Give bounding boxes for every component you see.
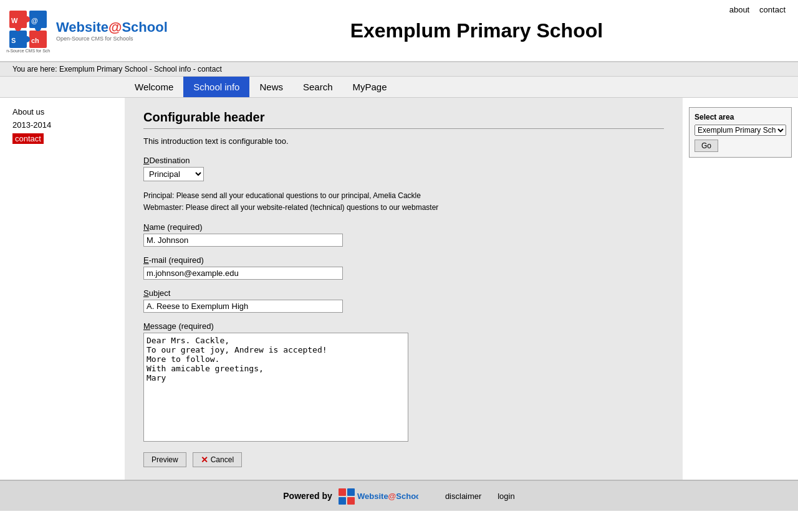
select-area-label: Select area — [695, 113, 786, 121]
email-label: E-mail (required) — [143, 255, 664, 265]
breadcrumb: You are here: Exemplum Primary School - … — [0, 62, 798, 77]
main-nav: Welcome School info News Search MyPage — [0, 77, 798, 98]
content-area: Configurable header This introduction te… — [125, 98, 683, 480]
svg-rect-14 — [347, 488, 355, 496]
svg-rect-15 — [339, 497, 346, 505]
footer-links: disclaimer login — [436, 492, 515, 501]
email-input[interactable] — [143, 267, 343, 280]
go-button[interactable]: Go — [695, 140, 718, 152]
top-links: about contact — [726, 5, 786, 14]
main-layout: About us 2013-2014 contact Configurable … — [0, 98, 798, 480]
svg-point-4 — [24, 16, 30, 22]
logo-area: Open-Source CMS for Schools W @ S ch Web… — [6, 7, 168, 54]
name-label: Name (required) — [143, 222, 664, 232]
subject-input[interactable] — [143, 300, 343, 313]
nav-mypage[interactable]: MyPage — [343, 77, 397, 97]
name-input[interactable] — [143, 234, 343, 247]
svg-point-6 — [24, 36, 30, 42]
subject-group: Subject — [143, 288, 664, 313]
content-inner: Configurable header This introduction te… — [143, 110, 664, 467]
area-select[interactable]: Exemplum Primary Sch — [695, 125, 786, 136]
name-group: Name (required) — [143, 222, 664, 247]
subject-label: Subject — [143, 288, 664, 298]
svg-rect-13 — [339, 488, 346, 496]
disclaimer-link[interactable]: disclaimer — [445, 492, 482, 501]
nav-news[interactable]: News — [249, 77, 293, 97]
destination-select[interactable]: Principal Webmaster — [143, 167, 204, 181]
intro-text: This introduction text is configurable t… — [143, 136, 664, 146]
svg-rect-16 — [347, 497, 355, 505]
svg-text:Open-Source CMS for Schools: Open-Source CMS for Schools — [6, 49, 50, 54]
nav-welcome[interactable]: Welcome — [125, 77, 183, 97]
svg-point-7 — [15, 25, 21, 31]
message-label: Message (required) — [143, 321, 664, 331]
powered-by-text: Powered by — [283, 491, 332, 501]
sidebar: About us 2013-2014 contact — [0, 98, 125, 480]
website-at-school-logo-text: Website@School Open-Source CMS for Schoo… — [56, 19, 168, 42]
svg-text:Website@School: Website@School — [357, 492, 418, 501]
nav-school-info[interactable]: School info — [183, 77, 249, 97]
sidebar-contact[interactable]: contact — [12, 133, 44, 144]
page-heading: Configurable header — [143, 110, 664, 129]
message-group: Message (required) Dear Mrs. Cackle, To … — [143, 321, 664, 444]
header: Open-Source CMS for Schools W @ S ch Web… — [0, 0, 798, 62]
info-text-block: Principal: Please send all your educatio… — [143, 190, 664, 214]
cancel-button[interactable]: ✕ Cancel — [193, 452, 242, 467]
destination-group: DDestination Principal Webmaster — [143, 156, 664, 181]
sidebar-2013-2014[interactable]: 2013-2014 — [12, 120, 112, 130]
logo-icon: Open-Source CMS for Schools W @ S ch — [6, 7, 50, 54]
message-textarea[interactable]: Dear Mrs. Cackle, To our great joy, Andr… — [143, 333, 408, 442]
site-title: Exemplum Primary School — [168, 19, 786, 42]
email-group: E-mail (required) — [143, 255, 664, 280]
nav-search[interactable]: Search — [293, 77, 343, 97]
svg-text:@: @ — [31, 17, 38, 24]
contact-link[interactable]: contact — [759, 5, 786, 14]
right-panel: Select area Exemplum Primary Sch Go — [683, 98, 798, 480]
footer-logo-icon: Website@School — [337, 487, 418, 505]
cancel-icon: ✕ — [201, 455, 208, 465]
button-row: Preview ✕ Cancel — [143, 452, 664, 467]
destination-label: DDestination — [143, 156, 664, 165]
svg-text:W: W — [11, 17, 18, 24]
footer: Powered by Website@School disclaimer log… — [0, 480, 798, 511]
svg-text:S: S — [11, 37, 16, 44]
about-link[interactable]: about — [729, 5, 750, 14]
svg-point-5 — [35, 25, 41, 31]
sidebar-about-us[interactable]: About us — [12, 107, 112, 116]
svg-text:ch: ch — [31, 37, 39, 44]
preview-button[interactable]: Preview — [143, 452, 186, 467]
select-area-box: Select area Exemplum Primary Sch Go — [689, 107, 792, 158]
login-link[interactable]: login — [498, 492, 514, 501]
